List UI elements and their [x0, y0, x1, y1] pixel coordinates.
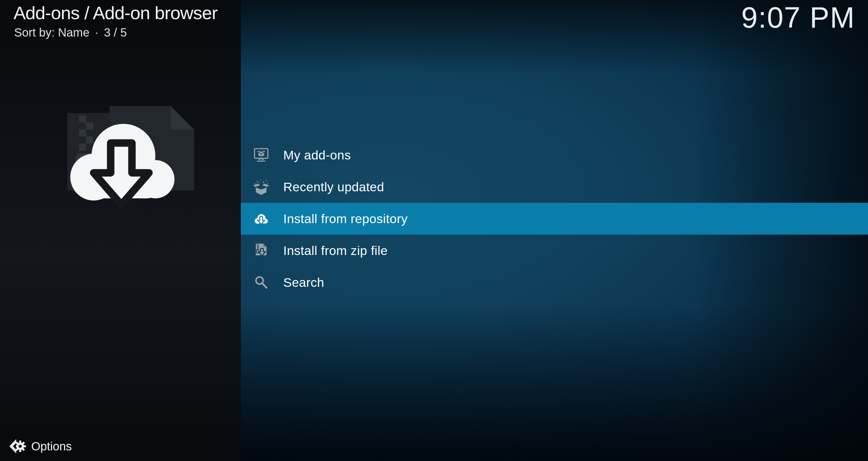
menu-item-my-add-ons[interactable]: My add-ons [241, 139, 868, 171]
search-icon [253, 274, 270, 291]
menu-item-recently-updated[interactable]: Recently updated [241, 171, 868, 203]
clock: 9:07 PM [741, 1, 855, 34]
my-addons-icon [253, 146, 270, 164]
menu-item-label: Install from repository [283, 212, 408, 226]
item-position: 3 / 5 [104, 26, 127, 39]
kodi-options-icon [8, 437, 26, 455]
kodi-screen: Add-ons / Add-on browser Sort by: Name·3… [0, 0, 868, 461]
cloud-download-icon [253, 210, 270, 227]
left-panel [0, 0, 241, 461]
recently-updated-icon [253, 178, 270, 195]
menu-item-label: My add-ons [283, 148, 351, 163]
zip-file-icon [253, 242, 270, 259]
sort-status: Sort by: Name·3 / 5 [14, 26, 127, 39]
menu-item-label: Install from zip file [283, 243, 388, 258]
menu-item-install-from-zip-file[interactable]: Install from zip file [241, 235, 868, 266]
addon-menu-list: My add-ons Recently updated Install from… [241, 139, 868, 298]
menu-item-label: Search [283, 275, 324, 290]
page-title: Add-ons / Add-on browser [13, 2, 218, 23]
options-label: Options [31, 440, 72, 453]
menu-item-install-from-repository[interactable]: Install from repository [241, 203, 868, 235]
addon-artwork [49, 87, 199, 228]
menu-item-label: Recently updated [283, 180, 384, 194]
sort-by-label: Sort by: Name [14, 26, 90, 39]
options-button[interactable]: Options [8, 436, 72, 457]
separator-dot: · [95, 26, 99, 39]
menu-item-search[interactable]: Search [241, 266, 868, 298]
